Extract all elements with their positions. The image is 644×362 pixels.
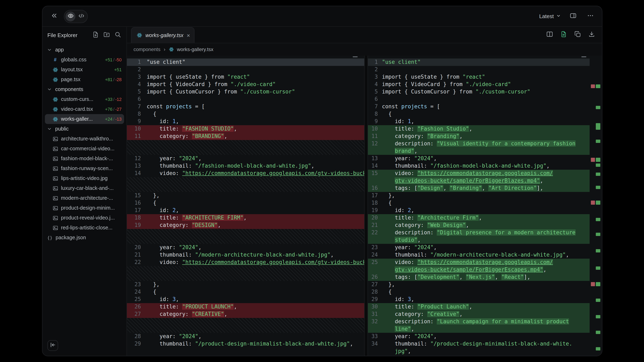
formatted-view-button[interactable]	[560, 31, 567, 38]
code-line: 34 thumbnail: "/product-design-minimalis…	[368, 340, 590, 348]
addition-mark	[596, 299, 600, 302]
diff-alignment-spacer	[127, 229, 364, 244]
line-number: 28	[368, 288, 378, 296]
line-number: 16	[368, 185, 378, 192]
line-number: 13	[127, 162, 141, 170]
tree-item-lips-artistic-video-jpg[interactable]: lips-artistic-video.jpg	[45, 173, 124, 183]
file-name: architecture-walkthro...	[61, 136, 122, 142]
new-file-button[interactable]	[92, 31, 99, 39]
breadcrumb-separator: ›	[164, 46, 166, 52]
more-options-button[interactable]	[586, 11, 596, 21]
tree-item-red-lips-artistic-close[interactable]: red-lips-artistic-close...	[45, 223, 124, 233]
image-file-icon	[52, 156, 58, 161]
layout-panel-button[interactable]	[568, 11, 578, 21]
line-number	[368, 236, 378, 244]
breadcrumb-folder[interactable]: components	[134, 46, 160, 52]
code-line: 10 title: "Fashion Studio",	[368, 125, 590, 133]
file-name: fashion-model-black-...	[61, 156, 122, 161]
addition-mark	[596, 186, 600, 189]
diff-pane-modified[interactable]: 1"use client"23import { useState } from …	[368, 56, 590, 356]
app-body: File Explorer	[42, 27, 602, 356]
code-line: 6	[368, 95, 590, 103]
collapse-panel-button[interactable]	[48, 340, 58, 351]
chevrons-left-icon	[51, 12, 57, 20]
tree-item-package-json[interactable]: {}package.json	[45, 233, 124, 243]
code-line: gtv-videos-bucket/sample/ForBiggerBlazes…	[368, 177, 590, 185]
tree-item-works-galler[interactable]: works-galler...+24/-13	[45, 114, 124, 124]
layout-panel-icon	[570, 12, 576, 20]
new-folder-button[interactable]	[103, 31, 110, 39]
diff-pane-original[interactable]: 1"use client"23import { useState } from …	[127, 56, 364, 356]
tree-item-page-tsx[interactable]: page.tsx+81/-28	[45, 74, 124, 84]
tree-item-video-card-tsx[interactable]: video-card.tsx+76/-27	[45, 104, 124, 114]
tab-works-gallery[interactable]: works-gallery.tsx ×	[131, 27, 195, 43]
tree-item-components[interactable]: components	[45, 84, 124, 94]
tree-item-modern-architecture[interactable]: modern-architecture-...	[45, 193, 124, 203]
react-file-icon	[52, 67, 58, 72]
fold-indicator[interactable]	[581, 56, 586, 57]
collapse-sidebar-button[interactable]	[49, 11, 59, 21]
line-number: 21	[127, 251, 141, 259]
split-editor-button[interactable]	[546, 31, 553, 38]
tree-item-layout-tsx[interactable]: layout.tsx+51	[45, 65, 124, 74]
code-line: 14 video: "https://commondatastorage.goo…	[127, 170, 364, 177]
line-number: 25	[127, 296, 141, 303]
addition-mark	[596, 218, 600, 221]
download-button[interactable]	[588, 31, 596, 38]
line-number: 17	[127, 207, 141, 214]
diff-stat-badge: +81/-28	[105, 77, 122, 82]
json-file-icon: {}	[47, 235, 53, 240]
tree-item-public[interactable]: public	[45, 124, 124, 134]
code-line: 6	[127, 95, 364, 103]
line-number: 24	[368, 251, 378, 259]
code-line: 29 thumbnail: "/product-design-minimalis…	[127, 340, 364, 348]
tree-item-globals-css[interactable]: #globals.css+51/-50	[45, 55, 124, 65]
deletion-mark	[591, 282, 595, 286]
code-line: 12 year: "2024",	[127, 155, 364, 162]
tree-item-architecture-walkthro[interactable]: architecture-walkthro...	[45, 134, 124, 144]
diff-overview-ruler[interactable]	[590, 56, 602, 356]
line-number: 10	[368, 125, 378, 133]
tree-item-fashion-runway-scen[interactable]: fashion-runway-scen...	[45, 163, 124, 173]
file-tree: app#globals.css+51/-50layout.tsx+51page.…	[42, 43, 126, 356]
code-line: 22 video: "https://commondatastorage.goo…	[127, 259, 364, 266]
line-number	[368, 348, 378, 355]
code-line: 4import { VideoCard } from "./video-card…	[368, 81, 590, 88]
line-number: 12	[368, 140, 378, 147]
pane-divider[interactable]	[364, 56, 368, 356]
file-name: app	[55, 47, 122, 53]
tree-item-app[interactable]: app	[45, 45, 124, 55]
code-line: 22 description: "Digital presence for a …	[368, 229, 590, 236]
copy-icon	[574, 31, 581, 39]
diff-alignment-spacer	[127, 177, 364, 192]
search-icon	[114, 31, 121, 39]
tree-item-fashion-model-black[interactable]: fashion-model-black-...	[45, 154, 124, 163]
fold-indicator[interactable]	[353, 56, 358, 57]
tree-item-custom-curs[interactable]: custom-curs...+33/-12	[45, 94, 124, 104]
code-line: 8 {	[368, 110, 590, 118]
code-line: 2	[368, 66, 590, 73]
line-number: 2	[127, 66, 141, 73]
line-number: 28	[127, 333, 141, 340]
diff-alignment-spacer	[127, 140, 364, 155]
code-toggle-button[interactable]	[76, 11, 86, 21]
code-line: 16 {	[127, 199, 364, 207]
search-button[interactable]	[114, 31, 122, 39]
preview-toggle-button[interactable]	[66, 11, 76, 21]
diff-stat-badge: +76/-27	[105, 107, 122, 112]
tree-item-product-design-minim[interactable]: product-design-minim...	[45, 203, 124, 213]
line-number: 8	[368, 110, 378, 118]
file-name: custom-curs...	[61, 96, 102, 102]
code-line: 27 },	[368, 281, 590, 288]
copy-button[interactable]	[574, 31, 581, 38]
tree-item-car-commercial-video[interactable]: car-commercial-video...	[45, 144, 124, 154]
line-number: 14	[127, 170, 141, 177]
tree-item-product-reveal-video-j[interactable]: product-reveal-video.j...	[45, 213, 124, 223]
close-tab-icon[interactable]: ×	[187, 32, 190, 38]
line-number: 19	[368, 207, 378, 214]
code-line: 19 id: 2,	[368, 207, 590, 214]
tree-item-luxury-car-black-and[interactable]: luxury-car-black-and-...	[45, 183, 124, 193]
version-dropdown[interactable]: Latest	[539, 13, 561, 19]
line-number: 20	[368, 214, 378, 222]
breadcrumb-file[interactable]: works-gallery.tsx	[169, 46, 214, 52]
